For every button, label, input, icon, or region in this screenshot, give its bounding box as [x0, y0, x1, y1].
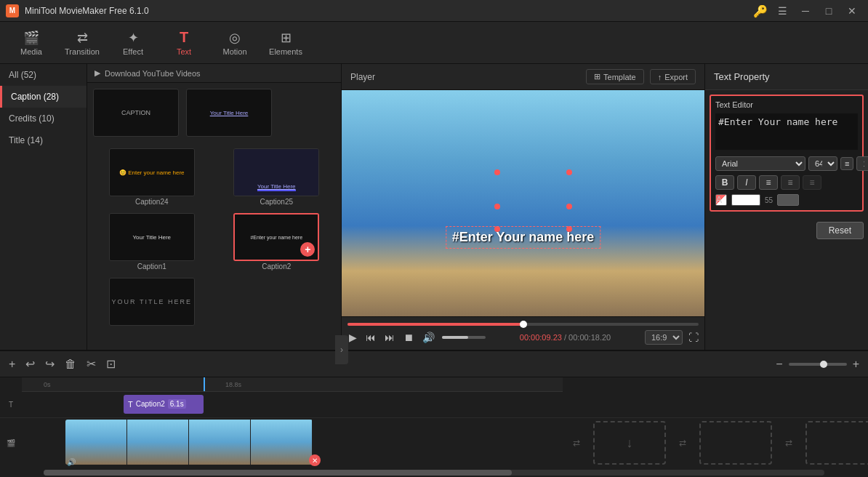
- win-controls: ☰ ─ □ ✕: [772, 4, 862, 18]
- handle-dot-ml[interactable]: [494, 204, 500, 209]
- caption-item-2[interactable]: #Enter your name here + Caption2: [215, 210, 339, 273]
- toolbar-item-text[interactable]: T Text: [158, 25, 209, 61]
- track2-row: ✕ 🔊: [22, 418, 563, 468]
- align-left-button[interactable]: ≡: [759, 175, 778, 190]
- caption-thumb-prev1: CAPTION: [93, 89, 179, 137]
- time-display: 00:00:09.23 / 00:00:18.20: [491, 333, 639, 342]
- undo-button[interactable]: ↩: [23, 356, 38, 372]
- text-color-swatch[interactable]: [731, 194, 760, 206]
- caption-item-1[interactable]: Your Title Here Caption1: [90, 210, 214, 273]
- align-center-button[interactable]: ≡: [781, 175, 800, 190]
- caption-thumb-title: YOUR TITLE HERE: [109, 278, 195, 326]
- caption-thumb-prev2: Your Title Here: [186, 89, 272, 137]
- track1-add-area: [563, 392, 868, 418]
- crop-button[interactable]: ⊡: [103, 356, 118, 372]
- zoom-bar[interactable]: [789, 363, 847, 366]
- menu-button[interactable]: ☰: [772, 4, 792, 18]
- playhead[interactable]: [204, 377, 205, 391]
- font-row: Arial Times New Roman 64 48 72 ≡ 1 2: [715, 156, 858, 171]
- volume-button[interactable]: 🔊: [421, 330, 436, 345]
- toolbar-item-media[interactable]: 🎬 Media: [6, 25, 57, 61]
- track1-content: T Caption2 6.1s: [22, 392, 563, 418]
- delete-button[interactable]: 🗑: [62, 356, 79, 372]
- caption-item-prev2[interactable]: Your Title Here: [183, 86, 275, 140]
- empty-slot-1[interactable]: ↓: [593, 421, 666, 465]
- panel-collapse-arrow[interactable]: ›: [335, 335, 348, 364]
- ruler-spacer: [0, 377, 22, 392]
- caption-grid: 😊 Enter your name here Caption24 Your Ti…: [87, 143, 341, 332]
- align-right-button[interactable]: ≡: [803, 175, 821, 190]
- close-button[interactable]: ✕: [842, 4, 862, 18]
- toolbar-item-effect[interactable]: ✦ Effect: [108, 25, 158, 61]
- tl-ruler: 0s 18.8s: [22, 377, 563, 392]
- delete-mark[interactable]: ✕: [309, 454, 321, 466]
- line-spacing-button[interactable]: ≡: [840, 157, 853, 170]
- play-button[interactable]: ▶: [347, 330, 358, 345]
- timeline-scrollbar[interactable]: [44, 470, 824, 476]
- zoom-out-button[interactable]: −: [773, 356, 785, 372]
- volume-icon: 🔊: [67, 458, 76, 466]
- next-frame-button[interactable]: ⏭: [383, 330, 396, 345]
- template-icon: ⊞: [594, 72, 600, 81]
- toolbar-label-effect: Effect: [123, 47, 143, 56]
- fullscreen-button[interactable]: ⛶: [688, 332, 699, 343]
- text-editor-input[interactable]: #Enter Your name here: [715, 113, 858, 150]
- handle-dot-mr[interactable]: [566, 204, 572, 209]
- nav-item-caption[interactable]: Caption (28): [0, 86, 87, 108]
- nav-item-all[interactable]: All (52): [0, 64, 87, 86]
- prev-frame-button[interactable]: ⏮: [364, 330, 377, 345]
- toolbar-item-motion[interactable]: ◎ Motion: [209, 25, 260, 61]
- aspect-ratio-select[interactable]: 16:9 9:16 4:3: [645, 330, 683, 345]
- left-panel: All (52) Caption (28) Credits (10) Title…: [0, 64, 342, 350]
- bold-button[interactable]: B: [715, 175, 734, 190]
- toolbar-label-media: Media: [20, 47, 42, 56]
- volume-filled: [442, 336, 468, 339]
- caption-block[interactable]: T Caption2 6.1s: [124, 395, 204, 414]
- zoom-in-button[interactable]: +: [850, 356, 862, 372]
- video-thumb-strip[interactable]: [65, 420, 313, 465]
- caption-item-title[interactable]: YOUR TITLE HERE: [90, 275, 214, 329]
- progress-bar[interactable]: [347, 323, 699, 326]
- toolbar-item-transition[interactable]: ⇄ Transition: [57, 25, 108, 61]
- cut-button[interactable]: ✂: [84, 356, 99, 372]
- line-num-select[interactable]: 1 2: [856, 156, 868, 171]
- controls-row: ▶ ⏮ ⏭ ⏹ 🔊 00:00:09.23 / 00:00:18.20 16:9…: [347, 330, 699, 345]
- nav-item-title[interactable]: Title (14): [0, 129, 87, 151]
- caption-duration: 6.1s: [168, 399, 186, 409]
- nav-item-credits[interactable]: Credits (10): [0, 108, 87, 129]
- right-panel: Text Property Text Editor #Enter Your na…: [704, 64, 868, 350]
- maximize-button[interactable]: □: [819, 4, 839, 18]
- empty-slot-3[interactable]: [805, 421, 868, 465]
- key-icon: 🔑: [753, 4, 766, 17]
- caption-name: Caption2: [136, 400, 165, 408]
- left-nav: All (52) Caption (28) Credits (10) Title…: [0, 64, 87, 350]
- download-bar[interactable]: ▶ Download YouTube Videos: [87, 64, 341, 83]
- progress-thumb[interactable]: [520, 321, 527, 328]
- add-track-button[interactable]: +: [6, 356, 18, 372]
- caption-grid-area: ▶ Download YouTube Videos CAPTION Your T…: [87, 64, 341, 350]
- font-family-select[interactable]: Arial Times New Roman: [715, 156, 805, 171]
- text-editor-label: Text Editor: [715, 100, 858, 109]
- empty-slot-2[interactable]: [699, 421, 772, 465]
- redo-button[interactable]: ↪: [42, 356, 57, 372]
- minimize-button[interactable]: ─: [795, 4, 816, 18]
- toolbar-item-elements[interactable]: ⊞ Elements: [260, 25, 311, 61]
- stop-button[interactable]: ⏹: [402, 330, 415, 345]
- color-value: 55: [765, 196, 773, 204]
- reset-button[interactable]: Reset: [816, 222, 864, 239]
- add-caption-btn[interactable]: +: [300, 242, 315, 257]
- export-button[interactable]: ↑ Export: [650, 69, 696, 84]
- transition-icon: ⇄: [77, 30, 88, 46]
- bg-color-swatch[interactable]: [777, 194, 799, 206]
- text-overlay[interactable]: #Enter Your name here: [446, 226, 600, 249]
- caption-item-25[interactable]: Your Title Here Caption25: [215, 145, 339, 209]
- caption-item-24[interactable]: 😊 Enter your name here Caption24: [90, 145, 214, 209]
- font-size-select[interactable]: 64 48 72: [808, 156, 837, 171]
- player-panel: Player ⊞ Template ↑ Export #E: [342, 64, 704, 350]
- italic-button[interactable]: I: [737, 175, 756, 190]
- template-button[interactable]: ⊞ Template: [586, 69, 644, 84]
- handle-dot-tl[interactable]: [494, 169, 500, 175]
- volume-bar[interactable]: [442, 336, 486, 339]
- player-header-buttons: ⊞ Template ↑ Export: [586, 69, 696, 84]
- caption-item-prev1[interactable]: CAPTION: [90, 86, 182, 140]
